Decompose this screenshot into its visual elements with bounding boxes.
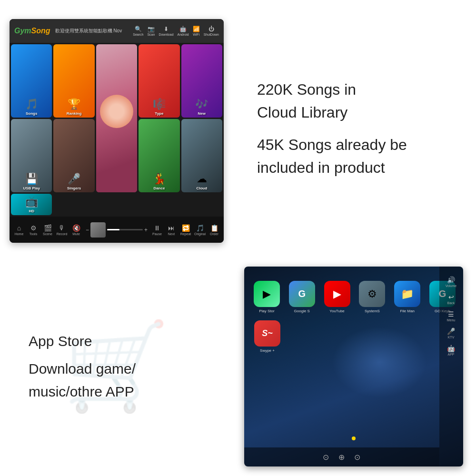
sidebar-volume[interactable]: 🔊 Volume <box>446 276 456 288</box>
ctrl-order[interactable]: 📋 Order <box>208 224 221 236</box>
progress-bar[interactable] <box>107 229 143 230</box>
tile-new[interactable]: 🎶 New <box>181 44 222 118</box>
tile-usbplay[interactable]: 💾 USB Play <box>11 119 52 192</box>
app-google[interactable]: G Google S <box>286 281 317 313</box>
add-nav-icon[interactable]: ⊕ <box>338 453 345 462</box>
shutdown-icon-btn[interactable]: ⏻ ShutDown <box>204 26 219 36</box>
playstore-icon: ▶ <box>254 281 280 307</box>
tile-ranking[interactable]: 🏆 Ranking <box>53 44 94 118</box>
android-icon-btn[interactable]: 🤖 Android <box>178 26 189 36</box>
ctrl-original[interactable]: 🎵 Original <box>193 224 207 236</box>
app-swype[interactable]: S~ Swype + <box>251 320 284 353</box>
wifi-icon-btn[interactable]: 📶 WiFi <box>193 26 200 36</box>
android-bottom-bar: ⊙ ⊕ ⊙ <box>244 447 439 466</box>
app-youtube[interactable]: ▶ YouTube <box>321 281 353 313</box>
settings-nav-icon[interactable]: ⊙ <box>354 453 360 462</box>
sidebar-app[interactable]: 🤖 APP <box>447 345 455 356</box>
settings-icon: ⚙ <box>359 281 385 307</box>
logo: GymSong <box>14 27 50 35</box>
android-icons-row2: S~ Swype + <box>244 318 463 357</box>
ctrl-repeat[interactable]: 🔁 Repeat <box>179 224 192 236</box>
files-icon: 📁 <box>394 281 420 307</box>
youtube-icon: ▶ <box>324 281 350 307</box>
main-container: GymSong 歡迎使用雙系統智能點歌機 Nov 🔍 Search 📷 Scan… <box>0 0 476 476</box>
tile-songs[interactable]: 🎵 Songs <box>11 44 52 118</box>
ctrl-record[interactable]: 🎙 Record <box>55 224 69 236</box>
app-files[interactable]: 📁 File Man <box>392 281 423 313</box>
download-icon-btn[interactable]: ⬇ Download <box>159 26 173 36</box>
info-panel: 220K Songs in Cloud Library 45K Songs al… <box>233 0 476 257</box>
ctrl-scene[interactable]: 🎬 Scene <box>41 224 54 236</box>
tile-cloud[interactable]: ☁ Cloud <box>181 119 222 192</box>
tile-dance[interactable]: 💃 Dance <box>139 119 179 192</box>
android-screen-panel: ▶ Play Stor G Google S ▶ YouTube ⚙ Syste… <box>233 257 476 476</box>
search-icon-btn[interactable]: 🔍 Search <box>133 26 143 36</box>
swype-icon: S~ <box>254 320 280 347</box>
home-nav-icon[interactable]: ⊙ <box>323 453 329 462</box>
karaoke-screen-panel: GymSong 歡迎使用雙系統智能點歌機 Nov 🔍 Search 📷 Scan… <box>0 0 233 257</box>
main-grid: 🎵 Songs 🏆 Ranking 🎼 <box>10 43 224 217</box>
scan-icon-btn[interactable]: 📷 Scan <box>147 26 155 36</box>
tile-singers[interactable]: 🎤 Singers <box>53 119 94 192</box>
appstore-panel: 🛒 App Store Download game/ music/othre A… <box>0 257 233 476</box>
android-sidebar: 🔊 Volume ↩ Back ☰ Menu 🎤 KTV 🤖 APP <box>439 267 463 466</box>
top-icons: 🔍 Search 📷 Scan ⬇ Download 🤖 Android <box>133 26 219 36</box>
android-icons-row1: ▶ Play Stor G Google S ▶ YouTube ⚙ Syste… <box>244 267 463 318</box>
app-playstore[interactable]: ▶ Play Stor <box>251 281 283 313</box>
android-frame: ▶ Play Stor G Google S ▶ YouTube ⚙ Syste… <box>244 267 463 466</box>
sidebar-back[interactable]: ↩ Back <box>447 293 455 305</box>
tile-center[interactable] <box>96 44 137 192</box>
tile-type[interactable]: 🎼 Type <box>139 44 179 118</box>
tile-hd[interactable]: 📺 HD <box>11 194 52 215</box>
top-bar: GymSong 歡迎使用雙系統智能點歌機 Nov 🔍 Search 📷 Scan… <box>10 19 224 43</box>
sidebar-ktv[interactable]: 🎤 KTV <box>447 327 455 339</box>
ctrl-pause[interactable]: ⏸ Pause <box>150 224 164 236</box>
sidebar-menu[interactable]: ☰ Menu <box>447 310 456 322</box>
welcome-text: 歡迎使用雙系統智能點歌機 Nov <box>55 28 133 34</box>
cloud-library-info: 220K Songs in Cloud Library 45K Songs al… <box>257 78 407 179</box>
ctrl-tools[interactable]: ⚙ Tools <box>27 224 40 236</box>
ctrl-mute[interactable]: 🔇 Mute <box>69 224 83 236</box>
appstore-info: App Store Download game/ music/othre APP <box>29 330 136 403</box>
control-bar: ⌂ Home ⚙ Tools 🎬 Scene 🎙 Record 🔇 M <box>10 217 224 243</box>
ctrl-next[interactable]: ⏭ Next <box>165 224 178 236</box>
dot-indicator <box>352 436 356 440</box>
progress-section: − + <box>84 222 149 238</box>
screen-frame: GymSong 歡迎使用雙系統智能點歌機 Nov 🔍 Search 📷 Scan… <box>10 19 224 243</box>
song-thumbnail <box>90 222 106 238</box>
google-icon: G <box>289 281 315 307</box>
app-settings[interactable]: ⚙ SystemS <box>357 281 388 313</box>
ctrl-home[interactable]: ⌂ Home <box>12 224 26 236</box>
